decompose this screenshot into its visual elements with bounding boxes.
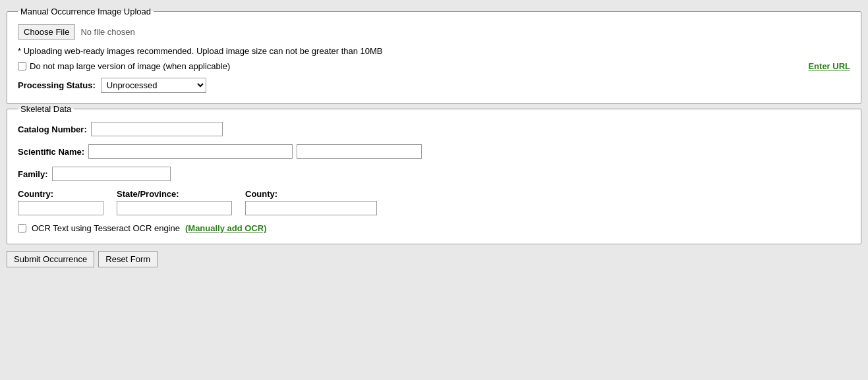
- country-label: Country:: [18, 189, 103, 199]
- ocr-label: OCR Text using Tesseract OCR engine: [32, 223, 180, 233]
- enter-url-link[interactable]: Enter URL: [808, 61, 850, 71]
- checkbox-row: Do not map large version of image (when …: [18, 61, 850, 71]
- state-province-label: State/Province:: [117, 189, 232, 199]
- family-label: Family:: [18, 169, 48, 179]
- family-input[interactable]: [52, 167, 171, 181]
- do-not-map-text: Do not map large version of image (when …: [30, 61, 230, 71]
- manually-add-ocr-link[interactable]: (Manually add OCR): [185, 223, 267, 233]
- scientific-name-input1[interactable]: [88, 144, 293, 159]
- skeletal-data-legend: Skeletal Data: [18, 104, 74, 114]
- skeletal-data-fieldset: Skeletal Data Catalog Number: Scientific…: [7, 104, 861, 244]
- state-province-field: State/Province:: [117, 189, 232, 215]
- scientific-name-input2[interactable]: [297, 144, 422, 159]
- no-file-label: No file chosen: [80, 27, 134, 37]
- upload-note: * Uploading web-ready images recommended…: [18, 46, 850, 56]
- choose-file-button[interactable]: Choose File: [18, 24, 75, 40]
- geo-row: Country: State/Province: County:: [18, 189, 850, 215]
- processing-status-select[interactable]: Unprocessed Processed Pending Review: [101, 78, 206, 93]
- ocr-checkbox[interactable]: [18, 224, 26, 232]
- state-province-input[interactable]: [117, 201, 232, 215]
- catalog-number-label: Catalog Number:: [18, 124, 87, 134]
- image-upload-legend: Manual Occurrence Image Upload: [18, 7, 154, 16]
- scientific-name-row: Scientific Name:: [18, 144, 850, 159]
- ocr-row: OCR Text using Tesseract OCR engine (Man…: [18, 223, 850, 233]
- processing-status-row: Processing Status: Unprocessed Processed…: [18, 78, 850, 93]
- county-input[interactable]: [245, 201, 377, 215]
- buttons-row: Submit Occurrence Reset Form: [7, 251, 861, 267]
- family-row: Family:: [18, 167, 850, 181]
- scientific-name-label: Scientific Name:: [18, 147, 84, 157]
- county-field: County:: [245, 189, 377, 215]
- file-input-row: Choose File No file chosen: [18, 24, 850, 40]
- catalog-number-row: Catalog Number:: [18, 122, 850, 136]
- country-input[interactable]: [18, 201, 103, 215]
- submit-occurrence-button[interactable]: Submit Occurrence: [7, 251, 94, 267]
- do-not-map-checkbox[interactable]: [18, 62, 26, 70]
- country-field: Country:: [18, 189, 103, 215]
- do-not-map-label: Do not map large version of image (when …: [18, 61, 230, 71]
- reset-form-button[interactable]: Reset Form: [98, 251, 158, 267]
- catalog-number-input[interactable]: [91, 122, 223, 136]
- processing-status-label: Processing Status:: [18, 80, 96, 90]
- image-upload-fieldset: Manual Occurrence Image Upload Choose Fi…: [7, 7, 861, 104]
- county-label: County:: [245, 189, 377, 199]
